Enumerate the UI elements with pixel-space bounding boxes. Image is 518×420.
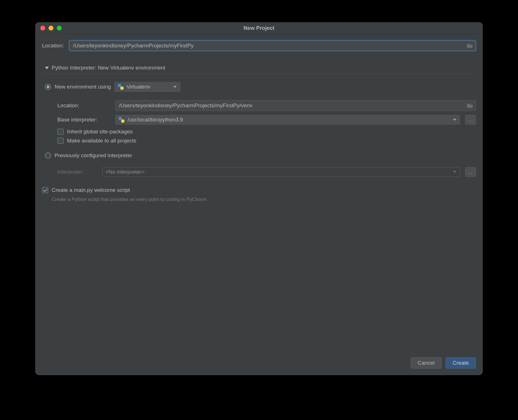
- base-interpreter-row: Base interpreter: /usr/local/bin/python3…: [57, 115, 476, 125]
- inherit-packages-row: Inherit global site-packages: [57, 129, 476, 135]
- location-row: Location:: [42, 40, 476, 51]
- base-interpreter-combo[interactable]: /usr/local/bin/python3.9: [115, 115, 460, 125]
- close-icon[interactable]: [40, 26, 45, 30]
- venv-location-label: Location:: [57, 102, 110, 109]
- location-input[interactable]: [69, 40, 476, 51]
- cancel-button[interactable]: Cancel: [411, 357, 442, 369]
- chevron-down-icon: [173, 86, 177, 88]
- python-icon: [118, 117, 125, 123]
- prev-env-fields: Interpreter: <No interpreter> ...: [42, 163, 476, 181]
- new-env-label: New environment using: [55, 84, 111, 90]
- create-button[interactable]: Create: [446, 357, 476, 369]
- welcome-script-label: Create a main.py welcome script: [52, 187, 130, 193]
- prev-interpreter-label: Interpreter:: [57, 169, 97, 175]
- env-tool-combo[interactable]: Virtualenv: [114, 82, 180, 92]
- venv-location-row: Location:: [57, 100, 476, 111]
- base-interpreter-label: Base interpreter:: [57, 117, 110, 123]
- chevron-down-icon: [45, 67, 49, 69]
- location-field-wrap: [69, 40, 476, 51]
- prev-interpreter-browse-button[interactable]: ...: [465, 167, 476, 177]
- dialog-footer: Cancel Create: [35, 355, 483, 375]
- inherit-packages-label: Inherit global site-packages: [67, 129, 133, 135]
- chevron-down-icon: [453, 119, 456, 121]
- window-title: New Project: [244, 25, 275, 31]
- interpreter-section-header[interactable]: Python Interpreter: New Virtualenv envir…: [42, 65, 476, 74]
- welcome-script-row: Create a main.py welcome script: [42, 187, 476, 193]
- chevron-down-icon: [453, 171, 456, 173]
- prev-interpreter-value: <No interpreter>: [105, 169, 145, 175]
- location-label: Location:: [42, 43, 64, 49]
- welcome-script-hint: Create a Python script that provides an …: [52, 197, 476, 202]
- inherit-packages-checkbox[interactable]: [57, 129, 64, 135]
- folder-icon[interactable]: [467, 43, 473, 48]
- base-interpreter-value: /usr/local/bin/python3.9: [128, 117, 183, 123]
- python-icon: [118, 84, 124, 90]
- titlebar: New Project: [35, 22, 483, 34]
- prev-interpreter-row: Interpreter: <No interpreter> ...: [57, 167, 476, 177]
- make-available-label: Make available to all projects: [67, 138, 136, 144]
- new-env-radio[interactable]: [45, 84, 51, 90]
- prev-interpreter-combo[interactable]: <No interpreter>: [102, 167, 460, 177]
- venv-location-wrap: [115, 100, 476, 111]
- prev-env-radio-row: Previously configured interpreter: [42, 152, 476, 159]
- dialog-content: Location: Python Interpreter: New Virtua…: [35, 34, 483, 355]
- folder-icon[interactable]: [467, 103, 473, 108]
- make-available-row: Make available to all projects: [57, 138, 476, 144]
- window-controls: [40, 26, 62, 30]
- welcome-script-checkbox[interactable]: [42, 187, 48, 193]
- env-tool-value: Virtualenv: [127, 84, 151, 90]
- new-project-dialog: New Project Location: Python Interpreter…: [35, 22, 483, 375]
- prev-env-label: Previously configured interpreter: [55, 152, 132, 159]
- minimize-icon[interactable]: [49, 26, 53, 30]
- new-env-radio-row: New environment using Virtualenv: [42, 82, 476, 92]
- spacer: [42, 202, 476, 355]
- interpreter-section-title: Python Interpreter: New Virtualenv envir…: [52, 65, 165, 71]
- zoom-icon[interactable]: [57, 26, 62, 30]
- prev-env-radio[interactable]: [45, 152, 51, 159]
- new-env-fields: Location: Base interpreter: /usr/local/b…: [42, 96, 476, 147]
- make-available-checkbox[interactable]: [57, 138, 64, 144]
- venv-location-input[interactable]: [115, 100, 476, 111]
- base-interpreter-browse-button[interactable]: ...: [465, 115, 476, 125]
